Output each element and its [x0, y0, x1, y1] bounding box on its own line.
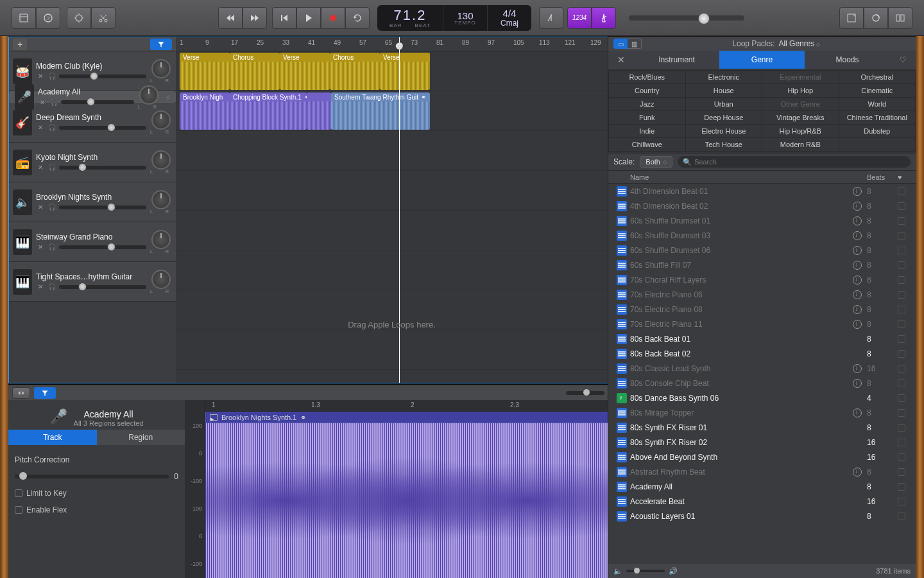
loop-row[interactable]: 80s Back Beat 01 8 [608, 331, 916, 346]
play-button[interactable] [296, 7, 321, 29]
download-icon[interactable] [853, 408, 862, 417]
loop-row[interactable]: 70s Choral Riff Layers 8 [608, 272, 916, 287]
genre-tag[interactable]: Dubstep [839, 125, 916, 138]
download-icon[interactable] [853, 261, 862, 270]
tab-track[interactable]: Track [8, 430, 97, 445]
genre-tag[interactable]: Indie [609, 125, 686, 138]
favorite-checkbox[interactable] [898, 498, 905, 505]
lcd-display[interactable]: 71.2 BARBEAT 130 TEMPO 4/4 Cmaj [377, 5, 531, 31]
genre-tag[interactable]: Chillwave [609, 138, 686, 152]
col-beats[interactable]: Beats [867, 173, 898, 181]
favorite-checkbox[interactable] [898, 350, 905, 358]
genre-tag[interactable]: Funk [609, 111, 686, 125]
audio-region[interactable]: Brooklyn Nigh [180, 92, 230, 130]
genre-tag[interactable]: Chinese Traditional [839, 111, 916, 125]
download-icon[interactable] [853, 187, 862, 196]
lcd-key[interactable]: Cmaj [501, 19, 518, 28]
track-volume-slider[interactable] [59, 126, 146, 130]
pan-knob[interactable] [151, 59, 171, 78]
metronome-button[interactable] [592, 7, 616, 29]
genre-tag[interactable]: Rock/Blues [609, 71, 686, 84]
mute-button[interactable]: ✕ [36, 203, 45, 212]
genre-tag[interactable]: Cinematic [839, 84, 916, 98]
genre-tag[interactable]: Electronic [685, 71, 762, 84]
pan-knob[interactable] [151, 150, 171, 170]
genre-tag[interactable]: Tech House [685, 138, 762, 152]
go-to-start-button[interactable] [272, 7, 296, 29]
download-icon[interactable] [853, 202, 862, 211]
editor-view-button[interactable] [12, 387, 30, 399]
mute-button[interactable]: ✕ [38, 98, 47, 107]
cycle-button[interactable] [345, 7, 370, 29]
headphone-button[interactable]: 🎧 [47, 203, 56, 212]
track-row[interactable]: 🎹 Steinway Grand Piano ✕ 🎧 LR [9, 222, 176, 262]
audio-region[interactable]: Chopping Block Synth.1 ⚭ [230, 92, 307, 130]
count-in-button[interactable]: 1234 [567, 7, 592, 29]
favorite-checkbox[interactable] [898, 232, 905, 240]
pan-knob[interactable] [151, 270, 171, 289]
tuner-button[interactable] [539, 7, 563, 29]
quick-help-button[interactable]: ? [36, 7, 60, 29]
loop-row[interactable]: 60s Shuffle Fill 07 8 [608, 258, 916, 272]
play-region-icon[interactable]: ▸ [210, 414, 218, 421]
genre-tag[interactable]: Deep House [685, 111, 762, 125]
track-volume-slider[interactable] [61, 100, 134, 104]
loop-row[interactable]: 80s Synth FX Riser 01 8 [608, 420, 916, 435]
region-lanes[interactable]: VerseChorusVerseChorusVerseBrooklyn Nigh… [176, 51, 608, 383]
track-volume-slider[interactable] [59, 166, 146, 170]
tab-moods[interactable]: Moods [805, 51, 890, 69]
editor-ruler[interactable]: 11.322.3 [205, 400, 608, 412]
favorite-checkbox[interactable] [898, 217, 905, 225]
download-icon[interactable] [853, 305, 862, 314]
download-icon[interactable] [853, 216, 862, 225]
favorite-checkbox[interactable] [898, 276, 905, 284]
favorite-checkbox[interactable] [898, 453, 905, 461]
favorite-checkbox[interactable] [898, 320, 905, 328]
download-icon[interactable] [853, 364, 862, 373]
tab-genre[interactable]: Genre [719, 51, 805, 69]
editor-region-header[interactable]: ▸ Brooklyn Nights Synth.1 ⚭ [205, 412, 608, 423]
genre-tag[interactable]: House [685, 84, 762, 98]
favorite-checkbox[interactable] [898, 394, 905, 402]
col-name[interactable]: Name [630, 173, 848, 181]
headphone-button[interactable]: 🎧 [47, 123, 56, 132]
download-icon[interactable] [853, 320, 862, 329]
genre-tag[interactable]: Other Genre [762, 98, 839, 111]
loop-packs-dropdown[interactable]: All Genres [778, 39, 819, 48]
library-button[interactable] [12, 7, 36, 29]
scale-dropdown[interactable]: Both [640, 156, 672, 168]
audio-region[interactable]: Southern Twang Rhythm Guit ⚭ [331, 92, 430, 130]
track-volume-slider[interactable] [59, 285, 146, 289]
loop-row[interactable]: 80s Console Chip Beat 8 [608, 376, 916, 390]
loop-view-button-column[interactable]: ▥ [628, 39, 642, 49]
audio-region[interactable]: Verse [280, 53, 330, 90]
track-filter-button[interactable] [150, 39, 172, 50]
track-row[interactable]: 📻 Kyoto Night Synth ✕ 🎧 LR [9, 143, 176, 182]
loop-row[interactable]: 80s Dance Bass Synth 06 4 [608, 390, 916, 405]
playhead[interactable] [399, 37, 400, 383]
track-row[interactable]: 🔈 Brooklyn Nights Synth ✕ 🎧 LR [9, 182, 176, 222]
loop-row[interactable]: 80s Synth FX Riser 02 16 [608, 435, 916, 450]
genre-tag[interactable]: Orchestral [839, 71, 916, 84]
pitch-correction-slider[interactable] [15, 475, 169, 478]
notepad-button[interactable] [839, 7, 864, 29]
add-track-button[interactable]: + [13, 39, 27, 50]
favorite-checkbox[interactable] [898, 512, 905, 520]
download-icon[interactable] [853, 246, 862, 255]
loop-row[interactable]: 70s Electric Piano 08 8 [608, 302, 916, 317]
timeline[interactable]: 191725334149576573818997105113121129 Ver… [176, 37, 608, 383]
genre-tag[interactable]: Country [609, 84, 686, 98]
download-icon[interactable] [853, 290, 862, 299]
loop-favorite-button[interactable]: ♡ [890, 55, 916, 64]
genre-tag[interactable]: Electro House [685, 125, 762, 138]
loop-row[interactable]: 4th Dimension Beat 02 8 [608, 198, 916, 213]
loop-row[interactable]: Abstract Rhythm Beat 8 [608, 464, 916, 479]
mute-button[interactable]: ✕ [36, 283, 45, 292]
pan-knob[interactable] [139, 85, 158, 105]
track-volume-slider[interactable] [59, 206, 146, 209]
record-button[interactable] [321, 7, 345, 29]
pan-knob[interactable] [151, 110, 171, 130]
favorite-checkbox[interactable] [898, 306, 905, 313]
favorite-checkbox[interactable] [898, 202, 905, 210]
mute-button[interactable]: ✕ [36, 243, 45, 252]
